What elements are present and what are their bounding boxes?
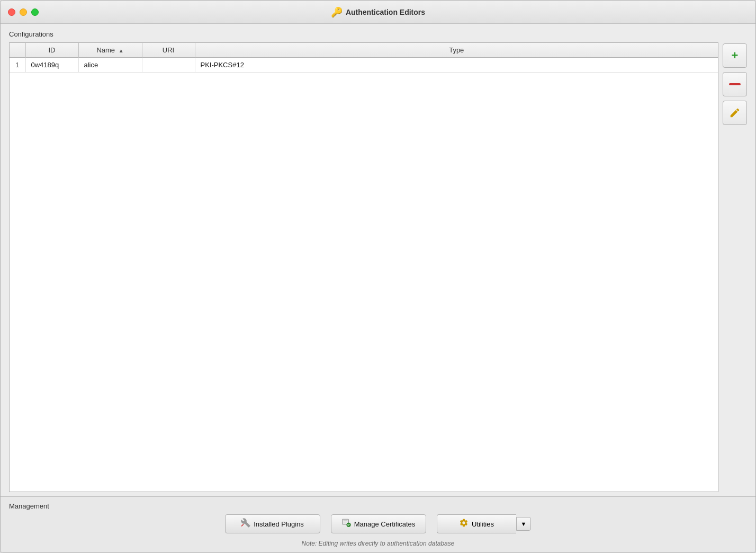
remove-button[interactable]: [723, 72, 747, 96]
remove-icon: [729, 83, 741, 85]
cell-num: 1: [10, 58, 25, 73]
add-icon: +: [732, 49, 739, 63]
utilities-dropdown-button[interactable]: ▼: [516, 517, 532, 531]
installed-plugins-label: Installed Plugins: [254, 520, 304, 528]
col-header-name[interactable]: Name ▲: [78, 43, 142, 58]
management-area: Management Installed Plugins: [1, 496, 755, 552]
titlebar: 🔑 Authentication Editors: [1, 1, 755, 24]
edit-button[interactable]: [723, 101, 747, 125]
utilities-main-button[interactable]: Utilities: [437, 514, 516, 533]
minimize-button[interactable]: [20, 8, 27, 16]
close-button[interactable]: [8, 8, 15, 16]
cell-type: PKI-PKCS#12: [195, 58, 718, 73]
configurations-label: Configurations: [9, 30, 747, 38]
cell-name: alice: [78, 58, 142, 73]
table-header-row: ID Name ▲ URI Type: [10, 43, 718, 58]
title-text: Authentication Editors: [346, 8, 425, 16]
configurations-table-container: ID Name ▲ URI Type: [9, 42, 718, 492]
management-label: Management: [9, 502, 747, 510]
wrench-icon: [241, 518, 250, 530]
col-header-id[interactable]: ID: [25, 43, 78, 58]
add-button[interactable]: +: [723, 43, 747, 68]
app-icon: 🔑: [331, 6, 343, 18]
main-window: 🔑 Authentication Editors Configurations …: [0, 0, 756, 553]
gear-icon: [459, 518, 469, 530]
chevron-down-icon: ▼: [521, 521, 527, 527]
management-buttons: Installed Plugins Manage Certificates: [9, 514, 747, 533]
utilities-button-group: Utilities ▼: [437, 514, 532, 533]
pencil-icon: [729, 107, 741, 119]
certificate-icon: [341, 518, 351, 530]
window-title: 🔑 Authentication Editors: [331, 6, 425, 18]
cell-uri: [142, 58, 195, 73]
installed-plugins-button[interactable]: Installed Plugins: [225, 514, 320, 533]
side-buttons: +: [723, 42, 747, 492]
manage-certificates-label: Manage Certificates: [354, 520, 416, 528]
table-empty-area: [10, 73, 718, 492]
col-header-type[interactable]: Type: [195, 43, 718, 58]
note-text: Note: Editing writes directly to authent…: [9, 538, 747, 549]
table-row[interactable]: 1 0w4189q alice: [10, 58, 718, 73]
main-content: Configurations ID Name ▲: [1, 24, 755, 496]
window-controls: [8, 8, 39, 16]
manage-certificates-button[interactable]: Manage Certificates: [331, 514, 426, 533]
utilities-label: Utilities: [472, 520, 494, 528]
configurations-table: ID Name ▲ URI Type: [10, 43, 718, 73]
col-header-uri[interactable]: URI: [142, 43, 195, 58]
sort-arrow-icon: ▲: [119, 48, 124, 53]
cell-id: 0w4189q: [25, 58, 78, 73]
maximize-button[interactable]: [31, 8, 39, 16]
table-area: ID Name ▲ URI Type: [9, 42, 747, 492]
col-header-num[interactable]: [10, 43, 25, 58]
